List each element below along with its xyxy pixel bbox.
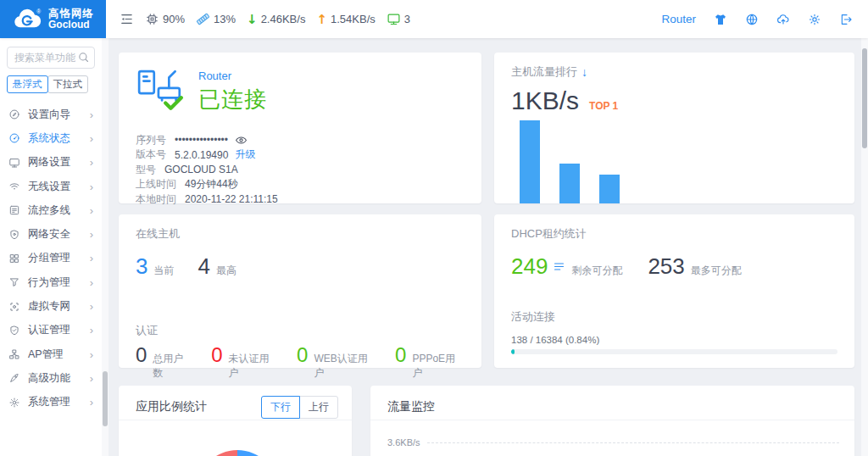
sidebar-item-label: 无线设置 xyxy=(28,180,70,194)
logout-icon[interactable] xyxy=(839,13,853,26)
sidebar-item-行为管理[interactable]: 行为管理 › xyxy=(0,270,102,294)
download-speed-stat: ↓ 2.46KB/s xyxy=(247,12,305,27)
shield-icon xyxy=(8,229,20,241)
sidebar-item-网络安全[interactable]: 网络安全 › xyxy=(0,222,102,246)
dhcp-remaining-value: 249 xyxy=(511,253,548,280)
tab-downstream[interactable]: 下行 xyxy=(261,396,300,419)
cloud-upload-icon[interactable] xyxy=(776,13,790,26)
active-connections-progress xyxy=(511,349,837,354)
y-axis-tick: 3.6KB/s xyxy=(387,437,420,448)
active-connections-progress-fill xyxy=(511,349,515,354)
online-devices-stat: 3 xyxy=(387,12,410,26)
rank-card-title: 主机流量排行 xyxy=(511,64,577,80)
sidebar-item-系统状态[interactable]: 系统状态 › xyxy=(0,126,102,150)
eye-toggle-icon[interactable] xyxy=(235,134,248,147)
router-detail-row: 型号 GOCLOUD S1A xyxy=(136,163,465,177)
memory-icon xyxy=(196,12,210,26)
current-hosts-value: 3 xyxy=(136,253,147,280)
sidebar-item-label: 系统管理 xyxy=(28,395,70,409)
cpu-usage-stat: 90% xyxy=(145,12,185,26)
chevron-right-icon: › xyxy=(90,133,93,144)
sidebar-item-流控多线[interactable]: 流控多线 › xyxy=(0,198,102,222)
gauge-icon xyxy=(8,132,20,144)
traffic-rank-bar-chart xyxy=(520,120,620,203)
auth-stat-value: 0 xyxy=(395,343,406,367)
flow-icon xyxy=(8,204,20,216)
collapse-menu-icon[interactable] xyxy=(120,12,134,26)
chevron-right-icon: › xyxy=(90,397,93,408)
sidebar-item-网络设置[interactable]: 网络设置 › xyxy=(0,151,102,175)
auth-stat-value: 0 xyxy=(297,343,308,367)
router-detail-row: 本地时间 2020-11-22 21:11:15 xyxy=(136,192,465,207)
router-device-label: Router xyxy=(198,70,267,82)
auth-stat-value: 0 xyxy=(136,343,147,367)
theme-skin-icon[interactable] xyxy=(714,13,727,26)
chevron-right-icon: › xyxy=(90,229,93,240)
devices-monitor-icon xyxy=(387,12,401,26)
monitor-icon xyxy=(8,157,20,169)
sidebar-item-label: 虚拟专网 xyxy=(28,299,70,314)
chevron-right-icon: › xyxy=(90,181,93,192)
sidebar-item-高级功能[interactable]: 高级功能 › xyxy=(0,366,102,390)
router-mode-label[interactable]: Router xyxy=(661,13,696,25)
sidebar-item-label: 设置向导 xyxy=(28,108,70,122)
sidebar-item-label: 认证管理 xyxy=(28,323,70,337)
page-scrollbar xyxy=(861,38,868,456)
sidebar-scrollbar-thumb[interactable] xyxy=(103,371,108,426)
cpu-icon xyxy=(145,12,159,26)
mode-float-button[interactable]: 悬浮式 xyxy=(7,75,48,93)
upload-speed-stat: ↑ 1.54KB/s xyxy=(316,12,375,27)
cpu-usage-value: 90% xyxy=(163,13,185,25)
top-host-speed: 1KB/s xyxy=(511,86,579,115)
mode-dropdown-button[interactable]: 下拉式 xyxy=(47,75,89,93)
lease-list-icon[interactable] xyxy=(553,260,565,273)
top-rank-badge: TOP 1 xyxy=(589,100,618,112)
dhcp-max-label: 最多可分配 xyxy=(691,264,742,278)
memory-usage-value: 13% xyxy=(214,13,236,25)
dhcp-lease-card: DHCP租约统计 249 剩余可分配 253 最多可分配 活动连接 138 / … xyxy=(494,214,854,368)
download-speed-value: 2.46KB/s xyxy=(261,13,306,25)
download-direction-icon[interactable]: ↓ xyxy=(581,65,587,79)
router-detail-row: 上线时间 49分钟44秒 xyxy=(136,178,465,192)
upload-speed-value: 1.54KB/s xyxy=(331,13,376,25)
tab-upstream[interactable]: 上行 xyxy=(299,396,338,419)
search-icon[interactable] xyxy=(77,51,90,64)
memory-usage-stat: 13% xyxy=(196,12,236,26)
settings-gear-icon[interactable] xyxy=(808,13,821,26)
hosts-card-title: 在线主机 xyxy=(136,226,465,242)
sidebar-item-分组管理[interactable]: 分组管理 › xyxy=(0,247,102,270)
auth-section-title: 认证 xyxy=(136,323,465,338)
sidebar-item-label: 网络安全 xyxy=(28,227,70,242)
language-globe-icon[interactable] xyxy=(745,13,759,26)
upload-arrow-icon: ↑ xyxy=(316,12,327,27)
grid-icon xyxy=(8,253,20,264)
app-ratio-title: 应用比例统计 xyxy=(136,399,207,414)
chevron-right-icon: › xyxy=(90,205,93,216)
auth-stat-label: WEB认证用户 xyxy=(314,352,376,381)
brand-logo: ® 高恪网络 Gocloud xyxy=(0,0,106,38)
upgrade-link[interactable]: 升级 xyxy=(235,147,255,162)
sidebar-item-系统管理[interactable]: 系统管理 › xyxy=(0,391,102,414)
page-scrollbar-thumb[interactable] xyxy=(862,48,867,148)
sidebar-item-AP管理[interactable]: AP管理 › xyxy=(0,342,102,366)
brand-name-en: Gocloud xyxy=(48,19,94,31)
router-device-icon xyxy=(136,68,185,114)
online-hosts-card: 在线主机 3 当前 4 最高 认证 0总用户数0未认证用户0WEB认证用户0PP… xyxy=(119,214,481,368)
chevron-right-icon: › xyxy=(90,157,93,168)
sidebar-item-设置向导[interactable]: 设置向导 › xyxy=(0,103,102,126)
rocket-icon xyxy=(8,372,20,384)
sidebar-item-label: 行为管理 xyxy=(28,275,70,290)
sidebar-item-虚拟专网[interactable]: 虚拟专网 › xyxy=(0,294,102,318)
current-hosts-label: 当前 xyxy=(153,264,174,278)
sidebar-item-认证管理[interactable]: 认证管理 › xyxy=(0,319,102,342)
max-hosts-label: 最高 xyxy=(216,264,236,278)
menu-mode-switch: 悬浮式 下拉式 xyxy=(7,75,95,93)
sidebar-item-无线设置[interactable]: 无线设置 › xyxy=(0,175,102,198)
rank-bar xyxy=(599,175,620,203)
chevron-right-icon: › xyxy=(90,253,93,264)
router-details: 序列号 ••••••••••••••• 版本号 5.2.0.19490 升级 型… xyxy=(136,133,465,207)
registered-mark: ® xyxy=(36,8,41,14)
nodes-icon xyxy=(8,348,20,360)
gear-icon xyxy=(8,397,20,409)
funnel-icon xyxy=(8,276,20,288)
